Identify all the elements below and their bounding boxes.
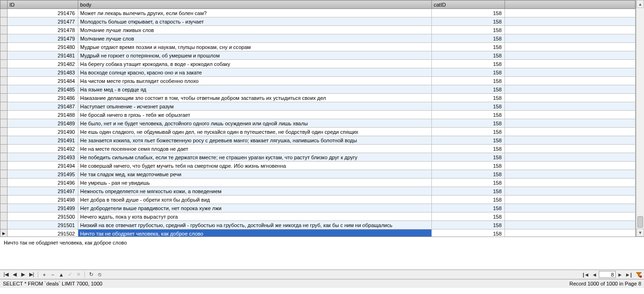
row-header-cell[interactable]: [0, 94, 8, 102]
cell-body[interactable]: Не совершай ничего, что будет мучить теб…: [78, 162, 432, 170]
cell-id[interactable]: 291479: [8, 34, 78, 43]
table-row[interactable]: 291497Нежность определяется не мягкостью…: [0, 187, 636, 196]
cell-catid[interactable]: 158: [432, 102, 505, 111]
row-header-cell[interactable]: [0, 85, 8, 94]
col-rowheader[interactable]: [0, 0, 8, 9]
detail-panel[interactable]: Ничто так не ободряет человека, как добр…: [0, 237, 644, 270]
cell-blank[interactable]: [505, 77, 636, 85]
cell-blank[interactable]: [505, 179, 636, 187]
cell-catid[interactable]: 158: [432, 162, 505, 170]
cell-catid[interactable]: 158: [432, 179, 505, 187]
cell-catid[interactable]: 158: [432, 43, 505, 51]
cell-blank[interactable]: [505, 111, 636, 119]
row-header-cell[interactable]: [0, 43, 8, 51]
cell-catid[interactable]: 158: [432, 170, 505, 179]
scroll-track[interactable]: [636, 8, 644, 229]
cell-id[interactable]: 291488: [8, 111, 78, 119]
cell-blank[interactable]: [505, 85, 636, 94]
cell-blank[interactable]: [505, 212, 636, 221]
cell-blank[interactable]: [505, 145, 636, 153]
cell-blank[interactable]: [505, 128, 636, 136]
cell-blank[interactable]: [505, 153, 636, 162]
cell-body[interactable]: Не было, нет и не будет человека, достой…: [78, 119, 432, 128]
cell-body[interactable]: Наказание делающим зло состоит в том, чт…: [78, 94, 432, 102]
data-grid[interactable]: ID body catID 291476Может ли лекарь выле…: [0, 0, 636, 237]
cell-id[interactable]: 291502: [8, 229, 78, 237]
cell-id[interactable]: 291493: [8, 153, 78, 162]
cell-body[interactable]: На языке мед - в сердце яд: [78, 85, 432, 94]
table-row[interactable]: 291479Молчание лучше слов158: [0, 34, 636, 43]
scroll-up-button[interactable]: ▲: [636, 0, 644, 8]
cell-body[interactable]: Не бросай ничего в грязь - тебя же обрыз…: [78, 111, 432, 119]
cell-blank[interactable]: [505, 187, 636, 196]
cell-id[interactable]: 291476: [8, 9, 78, 17]
cell-catid[interactable]: 158: [432, 136, 505, 145]
cell-catid[interactable]: 158: [432, 9, 505, 17]
scroll-down-button[interactable]: ▼: [636, 229, 644, 237]
nav-prev-button[interactable]: ◀: [10, 271, 19, 278]
table-row[interactable]: 291484На чистом месте грязь выглядит осо…: [0, 77, 636, 85]
page-last-button[interactable]: ►|: [624, 271, 633, 278]
cell-blank[interactable]: [505, 68, 636, 77]
table-row[interactable]: 291498Нет добра в твоей душе - обрети хо…: [0, 196, 636, 204]
row-header-cell[interactable]: [0, 229, 8, 237]
cell-body[interactable]: Нечего ждать, пока у кота вырастут рога: [78, 212, 432, 221]
cell-body[interactable]: Ничто так не ободряет человека, как добр…: [78, 229, 432, 237]
row-header-cell[interactable]: [0, 196, 8, 204]
cell-catid[interactable]: 158: [432, 34, 505, 43]
row-header-cell[interactable]: [0, 179, 8, 187]
cell-catid[interactable]: 158: [432, 51, 505, 60]
cell-body[interactable]: Нет добра в твоей душе - обрети хотя бы …: [78, 196, 432, 204]
cell-id[interactable]: 291481: [8, 51, 78, 60]
cell-blank[interactable]: [505, 34, 636, 43]
cell-body[interactable]: Не так сладок мед, как медоточивые речи: [78, 170, 432, 179]
cell-id[interactable]: 291491: [8, 136, 78, 145]
cell-body[interactable]: Мудрый не горюет о потерянном, об умерше…: [78, 51, 432, 60]
cell-catid[interactable]: 158: [432, 204, 505, 212]
cell-catid[interactable]: 158: [432, 85, 505, 94]
cell-catid[interactable]: 158: [432, 26, 505, 34]
cell-catid[interactable]: 158: [432, 111, 505, 119]
cell-body[interactable]: На чистом месте грязь выглядит особенно …: [78, 77, 432, 85]
nav-insert-button[interactable]: +: [40, 271, 49, 278]
cell-id[interactable]: 291494: [8, 162, 78, 170]
cell-catid[interactable]: 158: [432, 94, 505, 102]
cell-body[interactable]: Не на месте посеянное семя плодов не дае…: [78, 145, 432, 153]
cell-catid[interactable]: 158: [432, 187, 505, 196]
page-next-button[interactable]: ►: [616, 271, 624, 278]
nav-next-button[interactable]: ▶: [19, 271, 27, 278]
cell-blank[interactable]: [505, 9, 636, 17]
table-row[interactable]: 291477Молодость больше открывает, а стар…: [0, 17, 636, 26]
cell-blank[interactable]: [505, 60, 636, 68]
nav-delete-button[interactable]: −: [49, 271, 57, 278]
cell-body[interactable]: Не зазнается кокила, хотя пьет божествен…: [78, 136, 432, 145]
cell-id[interactable]: 291496: [8, 179, 78, 187]
cell-catid[interactable]: 158: [432, 119, 505, 128]
nav-edit-button[interactable]: ▲: [57, 271, 66, 278]
table-row[interactable]: 291499Нет добродетели выше правдивости, …: [0, 204, 636, 212]
row-header-cell[interactable]: [0, 153, 8, 162]
col-id[interactable]: ID: [8, 0, 78, 9]
cell-body[interactable]: Низкий на все отвечает грубостью, средни…: [78, 221, 432, 229]
nav-refresh-button[interactable]: ↻: [87, 271, 95, 278]
cell-body[interactable]: Нежность определяется не мягкостью кожи,…: [78, 187, 432, 196]
cell-catid[interactable]: 158: [432, 229, 505, 237]
row-header-cell[interactable]: [0, 68, 8, 77]
cell-id[interactable]: 291492: [8, 145, 78, 153]
cell-catid[interactable]: 158: [432, 17, 505, 26]
cell-blank[interactable]: [505, 196, 636, 204]
cell-body[interactable]: Нет добродетели выше правдивости, нет по…: [78, 204, 432, 212]
row-header-cell[interactable]: [0, 136, 8, 145]
row-header-cell[interactable]: [0, 128, 8, 136]
table-row[interactable]: 291494Не совершай ничего, что будет мучи…: [0, 162, 636, 170]
cell-blank[interactable]: [505, 102, 636, 111]
table-row[interactable]: 291493Не победить сильным слабых, если т…: [0, 153, 636, 162]
cell-blank[interactable]: [505, 17, 636, 26]
cell-catid[interactable]: 158: [432, 153, 505, 162]
cell-blank[interactable]: [505, 221, 636, 229]
cell-id[interactable]: 291483: [8, 68, 78, 77]
cell-id[interactable]: 291489: [8, 119, 78, 128]
row-header-cell[interactable]: [0, 26, 8, 34]
row-header-cell[interactable]: [0, 111, 8, 119]
col-body[interactable]: body: [78, 0, 432, 9]
